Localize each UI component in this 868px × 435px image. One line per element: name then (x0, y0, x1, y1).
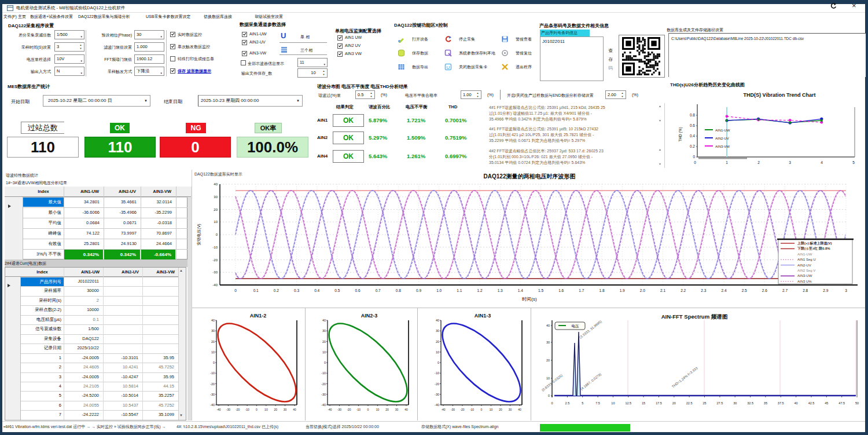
svg-text:3: 3 (789, 160, 791, 165)
svg-text:40: 40 (211, 319, 215, 322)
svg-text:10: 10 (211, 350, 215, 354)
svg-text:1: 1 (726, 160, 728, 165)
svg-text:20: 20 (499, 408, 502, 411)
svg-text:0.9: 0.9 (416, 288, 421, 293)
svg-text:-40: -40 (435, 403, 439, 407)
svg-text:上限(+):标准上限值(V): 上限(+):标准上限值(V) (797, 241, 832, 246)
svg-text:-20: -20 (347, 408, 351, 411)
svg-text:0.6: 0.6 (355, 288, 360, 293)
svg-text:0: 0 (694, 160, 696, 165)
svg-text:-30: -30 (451, 408, 455, 411)
svg-text:4: 4 (821, 160, 823, 165)
svg-text:1.4: 1.4 (518, 288, 523, 293)
svg-text:32.5: 32.5 (747, 401, 753, 405)
svg-text:40: 40 (546, 324, 550, 327)
svg-text:2.8: 2.8 (803, 288, 808, 293)
svg-text:AIN3 U%: AIN3 U% (797, 280, 812, 283)
svg-text:-10: -10 (356, 408, 361, 411)
svg-text:AIN2 Seg V: AIN2 Seg V (797, 269, 815, 272)
svg-text:AIN2-UV: AIN2-UV (715, 137, 729, 140)
svg-text:2.7: 2.7 (782, 288, 788, 293)
svg-text:40: 40 (214, 182, 218, 186)
svg-text:-40: -40 (212, 283, 218, 287)
svg-text:0.7: 0.7 (376, 288, 381, 293)
svg-text:-30: -30 (337, 408, 341, 411)
svg-text:0.5: 0.5 (334, 288, 340, 293)
svg-text:0: 0 (216, 233, 218, 236)
svg-text:2.3: 2.3 (701, 288, 706, 293)
svg-text:-30: -30 (435, 393, 439, 396)
svg-text:10: 10 (436, 350, 439, 354)
svg-text:37.5: 37.5 (778, 401, 784, 405)
svg-text:-40: -40 (321, 403, 326, 407)
svg-text:15: 15 (642, 401, 645, 405)
svg-text:30: 30 (509, 408, 512, 411)
svg-text:电压: 电压 (572, 324, 580, 328)
svg-text:0.3: 0.3 (294, 288, 299, 293)
svg-text:-40: -40 (441, 408, 445, 411)
svg-text:0.6: 0.6 (690, 123, 695, 127)
svg-text:0.2: 0.2 (274, 288, 279, 293)
svg-text:1.2: 1.2 (477, 288, 482, 293)
svg-text:45: 45 (825, 401, 828, 405)
svg-text:0: 0 (481, 408, 483, 411)
svg-text:50: 50 (855, 401, 859, 405)
svg-text:AIN1-UW: AIN1-UW (797, 253, 812, 256)
svg-text:AIN3-UW: AIN3-UW (797, 274, 812, 277)
svg-text:-20: -20 (435, 382, 439, 386)
svg-text:DAQ122测量的两相电压时序波形图: DAQ122测量的两相电压时序波形图 (484, 173, 576, 180)
svg-text:17.5: 17.5 (656, 401, 662, 405)
svg-text:-30: -30 (226, 408, 230, 411)
svg-text:-10: -10 (210, 371, 215, 375)
svg-text:0.8: 0.8 (396, 288, 401, 293)
svg-text:30: 30 (395, 408, 399, 411)
svg-text:5: 5 (852, 160, 855, 165)
svg-text:-20: -20 (321, 382, 326, 386)
svg-text:0: 0 (693, 155, 695, 159)
svg-text:20: 20 (436, 340, 439, 343)
svg-text:2.5: 2.5 (742, 288, 747, 293)
svg-text:THD (%): THD (%) (678, 127, 683, 141)
svg-text:3: 3 (845, 288, 847, 293)
svg-text:AIN1 Seg U: AIN1 Seg U (797, 258, 816, 261)
svg-text:35: 35 (764, 401, 767, 405)
svg-text:AIN2-UV: AIN2-UV (797, 264, 811, 267)
svg-text:AIN1-2: AIN1-2 (250, 313, 267, 319)
svg-text:30: 30 (284, 408, 287, 411)
svg-text:0: 0 (548, 394, 550, 397)
svg-text:-20: -20 (212, 258, 218, 262)
svg-text:-10: -10 (245, 408, 249, 411)
svg-text:2.4: 2.4 (721, 288, 726, 293)
svg-text:10: 10 (546, 376, 550, 380)
svg-text:40: 40 (518, 408, 521, 411)
svg-text:40: 40 (795, 401, 798, 405)
svg-text:-40: -40 (210, 403, 215, 407)
svg-text:2: 2 (757, 160, 760, 165)
svg-text:0.2: 0.2 (690, 144, 695, 148)
svg-text:20: 20 (211, 340, 215, 343)
svg-text:20: 20 (546, 359, 550, 362)
svg-text:1.7: 1.7 (579, 288, 584, 293)
svg-text:40: 40 (436, 319, 439, 322)
svg-text:0.4: 0.4 (690, 134, 695, 138)
svg-text:10: 10 (611, 401, 615, 405)
svg-text:-30: -30 (212, 270, 218, 274)
svg-text:27.5: 27.5 (717, 401, 723, 405)
svg-text:0: 0 (234, 288, 237, 293)
svg-text:-10: -10 (321, 371, 326, 375)
svg-text:20: 20 (214, 208, 218, 211)
svg-text:下限(-):至±红 限0.8%: 下限(-):至±红 限0.8% (797, 246, 830, 250)
svg-text:20: 20 (322, 340, 326, 343)
svg-text:20: 20 (385, 408, 389, 411)
svg-text:-10: -10 (435, 371, 439, 375)
svg-text:时间(s): 时间(s) (522, 297, 537, 302)
svg-text:THD(S) Vibration Trend Chart: THD(S) Vibration Trend Chart (744, 92, 816, 98)
svg-text:10: 10 (214, 220, 218, 224)
svg-text:0: 0 (551, 401, 553, 405)
svg-text:DAQ122数据波形实时显示: DAQ122数据波形实时显示 (194, 172, 242, 177)
svg-text:30: 30 (546, 341, 550, 344)
svg-text:40: 40 (404, 408, 408, 411)
svg-text:20: 20 (672, 401, 676, 405)
svg-text:0.1: 0.1 (253, 288, 259, 293)
svg-text:30: 30 (211, 329, 215, 332)
